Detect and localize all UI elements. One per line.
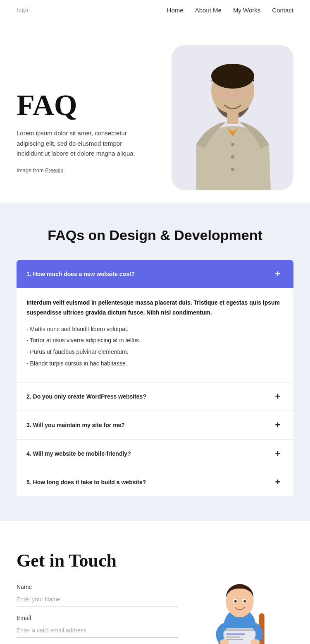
nav-contact[interactable]: Contact xyxy=(272,7,293,14)
accordion-question-4: 4. Will my website be mobile-friendly? xyxy=(26,450,131,457)
hero-image xyxy=(172,45,293,190)
list-item: Purus ut faucibus pulvinar elementum. xyxy=(26,347,284,357)
accordion-plus-2: + xyxy=(272,391,284,402)
svg-point-8 xyxy=(231,143,234,146)
accordion-item-5: 5. How long does it take to build a webs… xyxy=(17,468,293,496)
svg-point-9 xyxy=(231,155,234,159)
accordion-question-1: 1. How much does a new website cost? xyxy=(26,271,135,277)
accordion-header-3[interactable]: 3. Will you maintain my site for me? + xyxy=(17,411,293,439)
accordion-body-1: Interdum velit euismod in pellentesque m… xyxy=(17,288,293,382)
svg-rect-24 xyxy=(226,633,245,635)
nav-works[interactable]: My Works xyxy=(233,7,260,14)
svg-rect-26 xyxy=(226,639,243,640)
svg-rect-25 xyxy=(226,636,240,637)
nav-home[interactable]: Home xyxy=(167,7,184,14)
accordion-question-5: 5. How long does it take to build a webs… xyxy=(26,479,146,485)
contact-section: Get in Touch Name Email SUBMIT Image fro… xyxy=(0,521,310,644)
list-item: Mattis nunc sed blandit libero volutpat. xyxy=(26,324,284,334)
hero-image-credit: Image from Freepik xyxy=(17,167,172,173)
svg-point-1 xyxy=(211,64,254,89)
contact-title: Get in Touch xyxy=(17,550,178,571)
navbar: logo Home About Me My Works Contact xyxy=(0,0,310,20)
accordion-item-3: 3. Will you maintain my site for me? + xyxy=(17,411,293,440)
accordion-header-2[interactable]: 2. Do you only create WordPress websites… xyxy=(17,382,293,411)
contact-illustration xyxy=(186,550,293,644)
faq-title: FAQs on Design & Development xyxy=(17,227,293,243)
contact-person-svg xyxy=(190,559,289,644)
list-item: Blandit turpis cursus in hac habitasse. xyxy=(26,359,284,369)
logo: logo xyxy=(17,7,29,14)
hero-description: Lorem ipsum dolor sit amet, consectetur … xyxy=(17,128,141,159)
accordion-plus-1: + xyxy=(272,268,284,280)
accordion-header-4[interactable]: 4. Will my website be mobile-friendly? + xyxy=(17,440,293,468)
email-input[interactable] xyxy=(17,624,178,637)
accordion-item-1: 1. How much does a new website cost? + I… xyxy=(17,260,293,382)
accordion-item-2: 2. Do you only create WordPress websites… xyxy=(17,382,293,411)
name-label: Name xyxy=(17,584,178,590)
list-item: Tortor at risus viverra adipiscing at in… xyxy=(26,336,284,346)
accordion-plus-5: + xyxy=(272,476,284,488)
name-input[interactable] xyxy=(17,593,178,606)
svg-rect-7 xyxy=(227,112,238,124)
accordion-plus-4: + xyxy=(272,448,284,459)
accordion-question-3: 3. Will you maintain my site for me? xyxy=(26,422,125,428)
accordion-bold-text-1: Interdum velit euismod in pellentesque m… xyxy=(26,298,284,318)
hero-section: FAQ Lorem ipsum dolor sit amet, consecte… xyxy=(0,20,310,190)
accordion-list-1: Mattis nunc sed blandit libero volutpat.… xyxy=(26,324,284,369)
freepik-link-hero[interactable]: Freepik xyxy=(45,167,63,173)
accordion: 1. How much does a new website cost? + I… xyxy=(17,260,293,496)
faq-section: FAQs on Design & Development 1. How much… xyxy=(0,202,310,521)
accordion-question-2: 2. Do you only create WordPress websites… xyxy=(26,393,146,400)
contact-left: Get in Touch Name Email SUBMIT Image fro… xyxy=(17,550,178,644)
hero-title: FAQ xyxy=(17,90,172,120)
svg-point-10 xyxy=(231,168,234,171)
hero-text: FAQ Lorem ipsum dolor sit amet, consecte… xyxy=(17,90,172,190)
name-form-group: Name xyxy=(17,584,178,606)
nav-about[interactable]: About Me xyxy=(195,7,222,14)
nav-links: Home About Me My Works Contact xyxy=(167,7,293,14)
email-form-group: Email xyxy=(17,615,178,637)
hero-person-svg xyxy=(172,45,293,190)
accordion-header-5[interactable]: 5. How long does it take to build a webs… xyxy=(17,468,293,496)
svg-point-33 xyxy=(234,600,237,603)
accordion-item-4: 4. Will my website be mobile-friendly? + xyxy=(17,440,293,468)
accordion-header-1[interactable]: 1. How much does a new website cost? + xyxy=(17,260,293,288)
svg-point-34 xyxy=(243,600,246,603)
email-label: Email xyxy=(17,615,178,621)
accordion-plus-3: + xyxy=(272,419,284,431)
